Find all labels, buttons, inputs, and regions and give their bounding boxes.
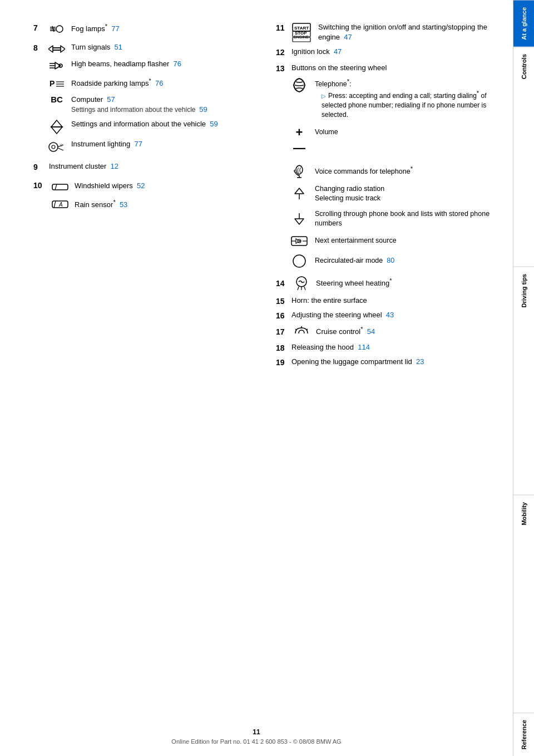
svg-point-43 — [293, 255, 305, 267]
high-beams-label: High beams, headlamp flasher — [71, 60, 169, 68]
svg-text:P: P — [50, 79, 55, 88]
steering-volume-minus: — — [288, 141, 502, 158]
item-number-10: 10 — [33, 181, 46, 190]
item-number-14: 14 — [276, 279, 288, 288]
steering-voice: (( Voice commands for telephone* — [288, 163, 502, 179]
source-label: Next entertainment source — [315, 237, 397, 244]
start-stop-icon: START STOP ENGINE — [290, 22, 313, 42]
recirculate-page[interactable]: 80 — [387, 257, 394, 264]
ignition-lock-page[interactable]: 47 — [334, 47, 342, 56]
music-track-label: Selecting music track — [315, 194, 380, 202]
wiper-icon — [49, 180, 71, 193]
horn-label: Horn: the entire surface — [291, 296, 367, 305]
source-icon — [288, 234, 310, 248]
hood-label: Releasing the hood — [291, 343, 354, 351]
rain-sensor-page[interactable]: 53 — [120, 200, 127, 209]
sub-item-parking-lamps: P Roadside parking lamps* 76 — [46, 77, 259, 90]
item-number-7: 7 — [33, 23, 46, 32]
main-content: 7 Fog lamps* 77 8 — [0, 0, 513, 756]
footer: 11 Online Edition for Part no. 01 41 2 6… — [0, 728, 513, 745]
turn-signals-page[interactable]: 51 — [115, 43, 122, 51]
start-stop-page[interactable]: 47 — [344, 33, 352, 41]
radio-station-label: Changing radio station — [315, 185, 384, 193]
svg-rect-22 — [52, 184, 68, 190]
telephone-label: Telephone — [315, 80, 347, 88]
item-7: 7 Fog lamps* 77 — [33, 22, 259, 36]
steering-phonebook: Scrolling through phone book and lists w… — [288, 209, 502, 229]
cruise-label: Cruise control — [316, 328, 360, 336]
page-number: 11 — [0, 728, 513, 736]
steering-source: Next entertainment source — [288, 234, 502, 248]
luggage-page[interactable]: 23 — [416, 357, 424, 366]
parking-lamps-page[interactable]: 76 — [155, 79, 163, 87]
sidebar-tab-controls[interactable]: Controls — [513, 47, 535, 86]
item-number-8: 8 — [33, 43, 46, 52]
computer-label: Computer — [71, 95, 103, 104]
svg-point-0 — [56, 26, 63, 32]
voice-commands-label: Voice commands for telephone — [315, 168, 411, 175]
scroll-down-icon — [288, 211, 310, 227]
rain-sensor-icon: A — [49, 198, 71, 211]
item-17: 17 Cruise control* 54 — [276, 325, 502, 338]
plus-icon: + — [288, 125, 310, 140]
fog-lamps-page[interactable]: 77 — [111, 24, 119, 33]
svg-marker-5 — [48, 46, 61, 52]
high-beams-page[interactable]: 76 — [174, 60, 181, 68]
sidebar-tab-driving-tips[interactable]: Driving tips — [513, 267, 535, 315]
item-18: 18 Releasing the hood 114 — [276, 342, 502, 352]
svg-line-26 — [54, 201, 56, 208]
fog-lamps-label: Fog lamps — [71, 24, 105, 33]
steering-heat-icon — [290, 274, 313, 291]
settings-triangle-icon — [46, 119, 68, 135]
steering-buttons-label: Buttons on the steering wheel — [291, 63, 387, 72]
sub-item-settings: Settings and information about the vehic… — [46, 119, 259, 135]
phonebook-label: Scrolling through phone book and lists w… — [315, 210, 490, 228]
cruise-page[interactable]: 54 — [367, 328, 375, 336]
item-15: 15 Horn: the entire surface — [276, 296, 502, 306]
item-19: 19 Opening the luggage compartment lid 2… — [276, 357, 502, 367]
turn-signal-icon — [46, 42, 68, 56]
instrument-lighting-page[interactable]: 77 — [134, 140, 142, 148]
svg-line-47 — [304, 287, 305, 290]
item-number-18: 18 — [276, 343, 288, 352]
item-number-12: 12 — [276, 48, 288, 57]
minus-icon: — — [288, 141, 310, 158]
computer-subpage[interactable]: 59 — [199, 105, 207, 114]
svg-line-49 — [295, 329, 296, 330]
triangle-bullet: ▷ — [322, 93, 326, 99]
computer-page[interactable]: 57 — [107, 95, 115, 104]
svg-marker-15 — [51, 120, 62, 127]
item-number-19: 19 — [276, 358, 288, 367]
hood-page[interactable]: 114 — [358, 343, 370, 351]
recirculate-icon — [288, 253, 310, 269]
steering-recirculate: Recirculated-air mode 80 — [288, 253, 502, 269]
wiper-page[interactable]: 52 — [137, 181, 145, 190]
item-number-16: 16 — [276, 311, 288, 320]
steering-adjust-page[interactable]: 43 — [386, 311, 394, 319]
item-13: 13 Buttons on the steering wheel — [276, 63, 502, 269]
settings-page[interactable]: 59 — [210, 120, 217, 128]
svg-marker-37 — [295, 219, 304, 224]
footer-text: Online Edition for Part no. 01 41 2 600 … — [0, 738, 513, 745]
sidebar-tab-at-a-glance[interactable]: At a glance — [513, 0, 535, 47]
sidebar: At a glance Controls Driving tips Mobili… — [513, 0, 534, 756]
rain-sensor-label: Rain sensor — [75, 200, 113, 209]
item-9: 9 Instrument cluster 12 — [33, 161, 259, 171]
sidebar-tab-reference[interactable]: Reference — [513, 713, 535, 756]
sidebar-tab-mobility[interactable]: Mobility — [513, 495, 535, 532]
volume-label: Volume — [315, 128, 338, 136]
item-number-9: 9 — [33, 163, 46, 171]
svg-line-45 — [298, 287, 299, 290]
item-11: 11 START STOP ENGINE Switching the ignit… — [276, 22, 502, 42]
instrument-cluster-page[interactable]: 12 — [111, 162, 118, 170]
turn-signals-label: Turn signals — [71, 43, 110, 51]
instrument-light-icon: ☼ — [46, 139, 68, 155]
fog-lamp-icon — [46, 22, 68, 36]
steering-adjust-label: Adjusting the steering wheel — [291, 311, 382, 319]
phone-icon — [288, 77, 310, 93]
svg-line-50 — [306, 329, 308, 330]
svg-text:START: START — [294, 26, 309, 31]
rain-sensor-row: A Rain sensor* 53 — [49, 198, 259, 211]
svg-point-18 — [52, 145, 55, 149]
item-number-11: 11 — [276, 23, 288, 32]
